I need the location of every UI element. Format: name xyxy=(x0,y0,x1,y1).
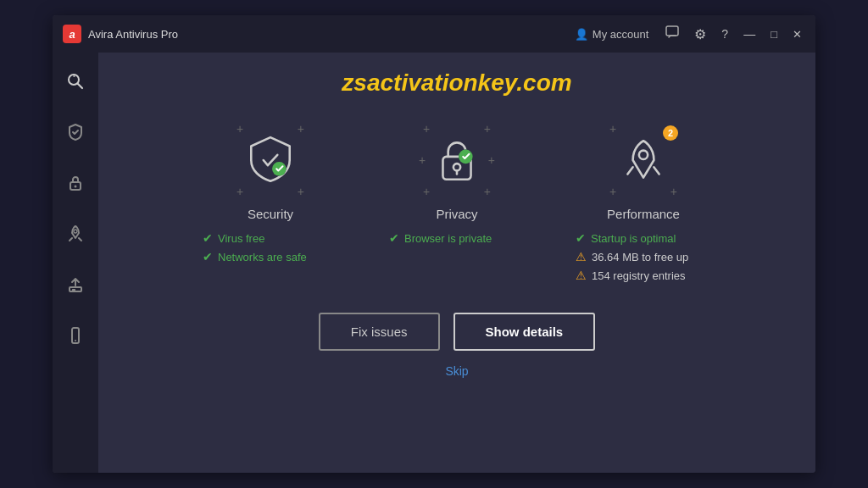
status-cards: + + + + Security ✔ xyxy=(203,122,711,287)
security-label: Security xyxy=(248,207,293,221)
minimize-icon[interactable]: — xyxy=(740,25,759,42)
svg-rect-8 xyxy=(72,289,75,291)
content-area: zsactivationkey.com + + + + xyxy=(98,53,815,473)
deco-plus: + xyxy=(484,122,491,136)
deco-plus: + xyxy=(609,122,616,136)
status-text: 36.64 MB to free up xyxy=(592,251,688,263)
deco-plus: + xyxy=(670,185,677,198)
app-title: Avira Antivirus Pro xyxy=(88,28,575,41)
security-status-2: ✔ Networks are safe xyxy=(203,250,338,263)
privacy-label: Privacy xyxy=(436,207,477,221)
rocket-icon xyxy=(617,134,670,186)
sidebar-item-rocket[interactable] xyxy=(60,219,91,249)
svg-line-2 xyxy=(78,84,83,89)
performance-status-3: ⚠ 154 registry entries xyxy=(576,269,711,282)
warn-icon: ⚠ xyxy=(576,250,587,263)
warn-icon: ⚠ xyxy=(576,269,587,282)
svg-point-18 xyxy=(639,151,648,159)
maximize-icon[interactable]: □ xyxy=(767,26,781,42)
status-text: Networks are safe xyxy=(218,251,307,263)
status-text: Browser is private xyxy=(404,232,492,245)
fix-issues-button[interactable]: Fix issues xyxy=(319,313,440,351)
privacy-card: + + + + + + xyxy=(389,122,525,250)
svg-rect-0 xyxy=(666,26,678,36)
sidebar-item-mobile[interactable] xyxy=(60,320,91,351)
my-account-button[interactable]: 👤 My account xyxy=(575,28,648,41)
show-details-button[interactable]: Show details xyxy=(453,313,596,351)
svg-point-10 xyxy=(75,340,76,341)
check-icon: ✔ xyxy=(576,231,586,245)
deco-plus: + xyxy=(298,185,304,198)
performance-card: + + + + 2 Performance xyxy=(576,122,711,287)
status-text: 154 registry entries xyxy=(592,269,686,282)
close-icon[interactable]: ✕ xyxy=(789,26,805,42)
chat-icon[interactable] xyxy=(662,24,682,44)
deco-plus: + xyxy=(236,122,243,136)
shield-icon xyxy=(244,134,297,186)
help-icon[interactable]: ? xyxy=(718,25,732,42)
performance-icon-wrap: + + + + 2 xyxy=(605,122,682,198)
my-account-label: My account xyxy=(593,28,648,41)
sidebar-item-upload[interactable] xyxy=(60,269,91,300)
sidebar-item-search[interactable] xyxy=(60,66,91,97)
status-text: Startup is optimal xyxy=(591,232,676,245)
performance-status-1: ✔ Startup is optimal xyxy=(576,231,711,245)
watermark-text: zsactivationkey.com xyxy=(342,69,571,97)
main-window: a Avira Antivirus Pro 👤 My account ⚙ ? —… xyxy=(53,15,815,473)
logo-letter: a xyxy=(69,28,75,41)
user-icon: 👤 xyxy=(575,28,588,41)
check-icon: ✔ xyxy=(203,231,213,245)
privacy-icon-wrap: + + + + + + xyxy=(419,122,495,198)
titlebar-controls: ⚙ ? — □ ✕ xyxy=(662,24,805,44)
status-text: Virus free xyxy=(218,232,264,245)
sidebar-item-lock[interactable] xyxy=(60,168,91,198)
deco-plus: + xyxy=(236,185,243,198)
deco-plus: + xyxy=(423,185,430,198)
deco-plus: + xyxy=(423,122,430,136)
svg-point-6 xyxy=(74,230,77,233)
check-icon: ✔ xyxy=(203,250,213,263)
deco-plus: + xyxy=(298,122,304,136)
security-icon-wrap: + + + + xyxy=(232,122,309,198)
security-card: + + + + Security ✔ xyxy=(203,122,338,269)
action-buttons: Fix issues Show details xyxy=(319,313,595,351)
skip-link[interactable]: Skip xyxy=(445,364,468,378)
sidebar-item-shield[interactable] xyxy=(60,117,91,147)
sidebar xyxy=(53,53,98,473)
main-body: zsactivationkey.com + + + + xyxy=(53,53,815,473)
security-status-1: ✔ Virus free xyxy=(203,231,338,245)
performance-status-2: ⚠ 36.64 MB to free up xyxy=(576,250,711,263)
settings-icon[interactable]: ⚙ xyxy=(691,25,709,44)
deco-plus: + xyxy=(419,153,426,167)
performance-label: Performance xyxy=(607,207,680,221)
deco-plus: + xyxy=(609,185,616,198)
deco-plus: + xyxy=(488,153,495,167)
svg-point-5 xyxy=(75,186,77,188)
check-icon: ✔ xyxy=(389,231,399,245)
titlebar: a Avira Antivirus Pro 👤 My account ⚙ ? —… xyxy=(53,15,815,53)
app-logo: a xyxy=(63,25,81,43)
lock-icon xyxy=(431,134,483,186)
deco-plus: + xyxy=(484,185,491,198)
performance-badge: 2 xyxy=(663,125,678,141)
privacy-status-1: ✔ Browser is private xyxy=(389,231,525,245)
